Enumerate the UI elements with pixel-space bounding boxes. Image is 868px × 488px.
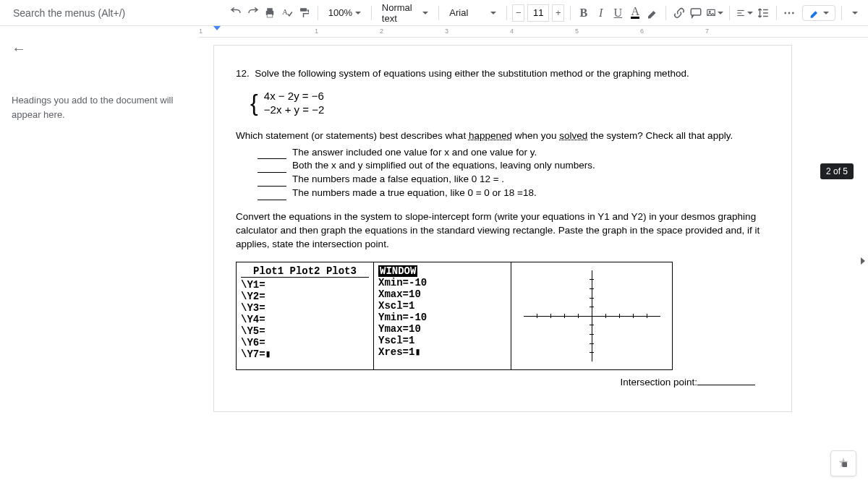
comment-icon[interactable] — [689, 4, 703, 22]
more-icon[interactable]: ⋯ — [783, 4, 797, 22]
italic-button[interactable]: I — [594, 4, 608, 22]
svg-rect-2 — [268, 14, 273, 17]
document-page[interactable]: 12. Solve the following system of equati… — [213, 45, 792, 412]
outline-sidebar: ← Headings you add to the document will … — [0, 26, 199, 488]
line-spacing-icon[interactable] — [756, 4, 770, 22]
calculator-table: Plot1 Plot2 Plot3 \Y1= \Y2= \Y3= \Y4= \Y… — [236, 262, 673, 370]
editing-mode-button[interactable] — [802, 5, 835, 21]
spellcheck-icon[interactable]: A — [280, 4, 294, 22]
expand-icon[interactable] — [848, 4, 862, 22]
underline-button[interactable]: U — [610, 4, 625, 22]
highlight-button[interactable] — [645, 4, 660, 22]
explore-button[interactable] — [830, 450, 856, 476]
bold-button[interactable]: B — [576, 4, 591, 22]
undo-icon[interactable] — [229, 4, 243, 22]
print-icon[interactable] — [263, 4, 278, 22]
page-count-badge: 2 of 5 — [820, 163, 854, 179]
font-size-input[interactable]: 11 — [527, 4, 549, 22]
toolbar: Search the menus (Alt+/) A 100% Normal t… — [0, 0, 868, 26]
back-arrow-icon[interactable]: ← — [12, 40, 187, 57]
font-size-decrease[interactable]: − — [512, 4, 524, 22]
intersection-label: Intersection point: — [236, 376, 755, 390]
svg-rect-1 — [268, 8, 273, 11]
convert-instructions: Convert the equations in the system to s… — [236, 210, 770, 252]
svg-rect-5 — [692, 9, 702, 15]
align-icon[interactable] — [736, 4, 753, 22]
insert-link-icon[interactable] — [672, 4, 686, 22]
zoom-dropdown[interactable]: 100% — [324, 4, 365, 22]
which-statement-text: Which statement (or statements) best des… — [236, 129, 770, 143]
outline-placeholder: Headings you add to the document will ap… — [12, 93, 187, 121]
svg-rect-14 — [842, 462, 847, 467]
side-panel-toggle[interactable] — [861, 257, 865, 265]
redo-icon[interactable] — [246, 4, 260, 22]
svg-point-7 — [710, 11, 711, 12]
question-title: 12. Solve the following system of equati… — [236, 67, 770, 81]
svg-text:A: A — [282, 8, 288, 16]
text-color-button[interactable]: A — [628, 4, 642, 22]
svg-rect-4 — [300, 8, 307, 12]
equation-system: { 4x − 2y = −6 −2x + y = −2 — [250, 87, 770, 119]
font-size-increase[interactable]: + — [552, 4, 564, 22]
font-dropdown[interactable]: Arial — [445, 4, 500, 22]
paint-format-icon[interactable] — [297, 4, 312, 22]
insert-image-icon[interactable] — [706, 4, 723, 22]
check-list: The answer included one value for x and … — [258, 146, 770, 201]
document-area: 1 1 2 3 4 5 6 7 12. Solve the following … — [199, 26, 868, 488]
styles-dropdown[interactable]: Normal text — [378, 4, 433, 22]
horizontal-ruler[interactable]: 1 1 2 3 4 5 6 7 — [199, 26, 868, 38]
calculator-graph — [516, 265, 668, 367]
menu-search[interactable]: Search the menus (Alt+/) — [6, 4, 194, 22]
